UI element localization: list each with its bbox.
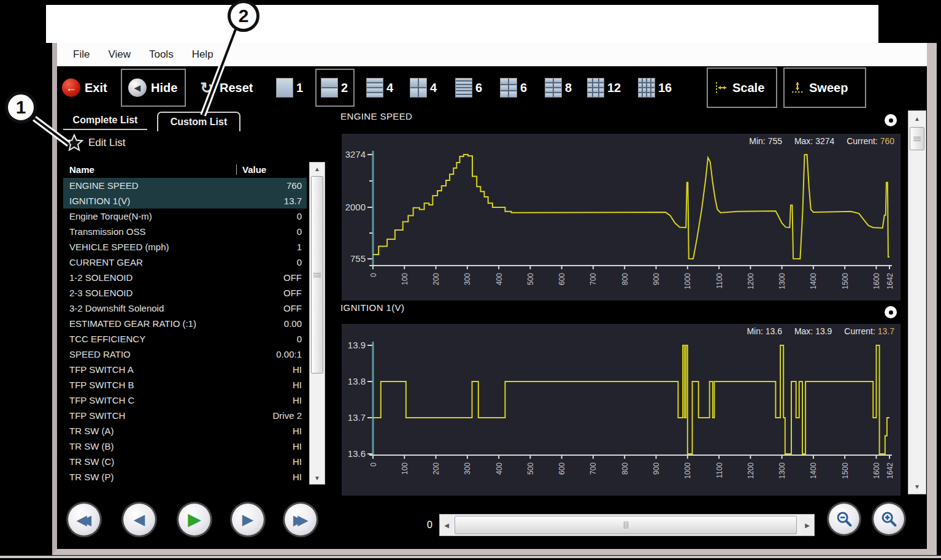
menu-bar: FileViewToolsHelp — [57, 43, 927, 66]
row-name: TFP SWITCH B — [69, 380, 134, 390]
menu-tools[interactable]: Tools — [149, 48, 174, 61]
hide-button[interactable]: ◀ Hide — [128, 66, 177, 109]
svg-text:1500: 1500 — [841, 273, 850, 290]
row-name: Transmission OSS — [69, 226, 145, 237]
zoom-out-icon — [835, 510, 853, 527]
grid-layout-6-4[interactable]: 6 — [455, 66, 482, 109]
zoom-out-button[interactable] — [829, 504, 859, 534]
graph2-panel: Min: 13.6 Max: 13.9 Current: 13.7 13.913… — [342, 324, 901, 496]
list-scrollbar[interactable]: ▲ ▼ — [309, 162, 325, 485]
list-scrollbar-thumb[interactable] — [311, 176, 323, 374]
menu-view[interactable]: View — [108, 48, 131, 61]
svg-text:900: 900 — [652, 462, 661, 475]
row-value: Drive 2 — [272, 410, 302, 421]
callout-1-number: 1 — [16, 97, 26, 118]
svg-text:13.6: 13.6 — [348, 448, 366, 459]
column-header-value: Value — [236, 164, 266, 175]
svg-text:1300: 1300 — [778, 273, 786, 290]
sweep-icon — [790, 80, 805, 95]
table-row[interactable]: TR SW (A)HI — [63, 423, 307, 439]
sweep-label: Sweep — [809, 81, 848, 95]
edit-list-button[interactable]: Edit List — [65, 134, 125, 152]
table-row[interactable]: VEHICLE SPEED (mph)1 — [63, 239, 307, 255]
svg-text:1000: 1000 — [683, 462, 692, 479]
row-value: HI — [293, 395, 302, 405]
grid-layout-4-3[interactable]: 4 — [410, 66, 437, 109]
scroll-down-icon[interactable]: ▼ — [908, 479, 926, 494]
skip-back-button[interactable]: ◀◀ — [68, 504, 100, 535]
scroll-left-icon[interactable]: ◀ — [440, 515, 453, 535]
zoom-in-icon — [880, 510, 897, 527]
grid-label: 6 — [475, 81, 482, 95]
row-value: HI — [293, 426, 302, 436]
table-row[interactable]: 3-2 Downshift SolenoidOFF — [63, 301, 307, 316]
svg-text:0: 0 — [369, 273, 378, 277]
menu-help[interactable]: Help — [192, 48, 213, 61]
grid-layout-8-6[interactable]: 8 — [545, 66, 572, 109]
graph1-panel: Min: 755 Max: 3274 Current: 760 32742000… — [342, 134, 901, 301]
reset-button[interactable]: ↻ Reset — [198, 66, 253, 109]
svg-text:1600: 1600 — [872, 273, 881, 290]
sweep-button[interactable]: Sweep — [790, 66, 859, 109]
graphs-scrollbar[interactable]: ▲ ▼ — [908, 110, 926, 494]
table-row[interactable]: IGNITION 1(V)13.7 — [63, 193, 307, 209]
svg-text:1100: 1100 — [715, 273, 724, 289]
table-row[interactable]: 1-2 SOLENOIDOFF — [63, 270, 307, 285]
svg-text:300: 300 — [463, 462, 472, 475]
graph1-record-icon[interactable] — [885, 114, 897, 126]
grid-icon-6x1 — [455, 78, 472, 98]
row-name: ESTIMATED GEAR RATIO (:1) — [69, 318, 196, 329]
graph1-stats: Min: 755 Max: 3274 Current: 760 — [749, 136, 894, 146]
table-row[interactable]: TFP SWITCHDrive 2 — [63, 408, 307, 423]
row-value: OFF — [283, 303, 302, 313]
table-row[interactable]: SPEED RATIO0.00:1 — [63, 347, 307, 362]
table-row[interactable]: 2-3 SOLENOIDOFF — [63, 285, 307, 301]
scroll-down-icon[interactable]: ▼ — [310, 472, 325, 484]
grid-layout-16-8[interactable]: 16 — [638, 66, 672, 109]
grid-layout-6-5[interactable]: 6 — [500, 66, 527, 109]
scale-button[interactable]: Scale — [713, 66, 772, 109]
table-row[interactable]: TFP SWITCH CHI — [63, 393, 307, 408]
row-value: 0 — [297, 257, 302, 267]
exit-button[interactable]: ← Exit — [62, 66, 107, 109]
table-row[interactable]: Engine Torque(N-m)0 — [63, 209, 307, 224]
timeline-scrollbar[interactable]: ◀ ▶ — [439, 514, 815, 536]
row-value: 0 — [297, 226, 302, 237]
row-name: ENGINE SPEED — [69, 180, 139, 191]
grid-layout-4-2[interactable]: 4 — [366, 66, 393, 109]
grid-icon-1x1 — [276, 78, 293, 98]
table-row[interactable]: TR SW (C)HI — [63, 454, 307, 469]
table-row[interactable]: CURRENT GEAR0 — [63, 255, 307, 270]
table-row[interactable]: TCC EFFICIENCY0 — [63, 331, 307, 347]
table-row[interactable]: ESTIMATED GEAR RATIO (:1)0.00 — [63, 316, 307, 331]
table-row[interactable]: TFP SWITCH BHI — [63, 377, 307, 393]
table-row[interactable]: TR SW (P)HI — [63, 469, 307, 485]
grid-label: 6 — [520, 81, 527, 95]
table-row[interactable]: Transmission OSS0 — [63, 224, 307, 239]
table-row[interactable]: ENGINE SPEED760 — [63, 178, 307, 193]
timeline-scrollbar-thumb[interactable] — [455, 516, 797, 534]
tab-complete-list[interactable]: Complete List — [63, 112, 147, 130]
graphs-scrollbar-thumb[interactable] — [910, 127, 924, 150]
graph2-title: IGNITION 1(V) — [340, 302, 404, 313]
table-row[interactable]: TFP SWITCH AHI — [63, 362, 307, 377]
table-row[interactable]: TR SW (B)HI — [63, 439, 307, 454]
scroll-up-icon[interactable]: ▲ — [310, 163, 325, 175]
grid-layout-1-0[interactable]: 1 — [276, 66, 303, 109]
grid-layout-12-7[interactable]: 12 — [587, 66, 621, 109]
svg-text:1200: 1200 — [747, 273, 755, 290]
menu-file[interactable]: File — [73, 48, 90, 61]
skip-forward-button[interactable]: ▶▶ — [285, 504, 317, 535]
step-back-button[interactable]: ◀ — [123, 504, 155, 535]
tab-custom-list[interactable]: Custom List — [157, 112, 240, 131]
zoom-in-button[interactable] — [874, 504, 904, 534]
graph2-record-icon[interactable] — [885, 306, 897, 318]
row-name: CURRENT GEAR — [69, 257, 143, 267]
play-button[interactable]: ▶ — [179, 504, 210, 535]
svg-text:100: 100 — [401, 462, 409, 475]
step-forward-button[interactable]: ▶ — [232, 504, 264, 535]
grid-layout-2-selected-1[interactable]: 2 — [321, 66, 348, 109]
scroll-up-icon[interactable]: ▲ — [908, 111, 926, 126]
scroll-right-icon[interactable]: ▶ — [801, 515, 814, 535]
row-name: TFP SWITCH C — [69, 395, 134, 405]
